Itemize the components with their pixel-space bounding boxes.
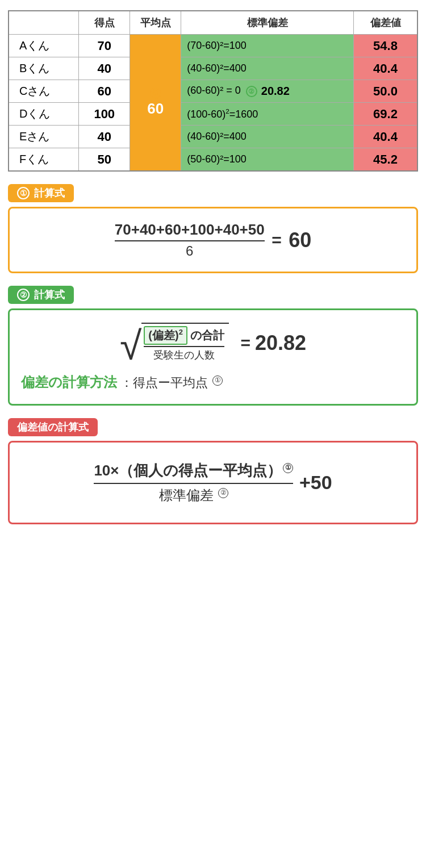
section1-equals: =: [272, 231, 282, 249]
section1-denominator: 6: [186, 241, 193, 259]
student-name: Bくん: [9, 57, 79, 80]
deviation-value: 50.0: [354, 80, 418, 103]
no-gokei: の合計: [190, 329, 224, 341]
avg-circle-label: ①: [150, 87, 161, 99]
table-row: Fくん 50 (50-60)²=100 45.2: [9, 148, 417, 172]
dev-fraction: 10×（個人の得点ー平均点）① 標準偏差 ②: [94, 461, 293, 504]
sqrt-numerator: (偏差)2 の合計: [144, 326, 224, 347]
section1-numerator: 70+40+60+100+40+50: [115, 221, 265, 241]
avg-value: 60: [147, 100, 164, 118]
header-name: [9, 11, 79, 35]
sqrt-denominator: 受験生の人数: [153, 347, 215, 362]
student-score: 60: [79, 80, 130, 103]
section2-equals: =: [240, 333, 250, 353]
deviation-value: 40.4: [354, 126, 418, 148]
sqrt-symbol: √: [120, 329, 141, 364]
header-avg: 平均点: [130, 11, 181, 35]
dev-num-circle: ①: [283, 463, 293, 473]
section3-title: 偏差値の計算式: [17, 420, 89, 434]
student-name: Cさん: [9, 80, 79, 103]
hensa-formula-line: 偏差の計算方法 ：得点ー平均点 ①: [21, 373, 405, 391]
std-formula: (100-60)2=1600: [181, 103, 354, 126]
student-score: 100: [79, 103, 130, 126]
section2-circle: ②: [17, 289, 30, 301]
avg-cell: ① 60: [130, 35, 181, 172]
student-score: 40: [79, 57, 130, 80]
dev-numerator: 10×（個人の得点ー平均点）①: [94, 461, 293, 484]
hensa-circle-ref: ①: [212, 375, 223, 386]
table-row: Dくん 100 (100-60)2=1600 69.2: [9, 103, 417, 126]
deviation-value: 40.4: [354, 57, 418, 80]
section1-circle: ①: [17, 187, 30, 199]
header-std: 標準偏差: [181, 11, 354, 35]
section1-result: 60: [289, 228, 311, 252]
header-dev: 偏差値: [354, 11, 418, 35]
section3-container: 偏差値の計算式 10×（個人の得点ー平均点）① 標準偏差 ② +50: [8, 418, 418, 524]
sqrt-content: (偏差)2 の合計 受験生の人数: [141, 323, 229, 363]
std-formula: (60-60)² = 0 ② 20.82: [181, 80, 354, 103]
section2-result: 20.82: [255, 331, 306, 355]
dev-den-circle: ②: [218, 488, 228, 498]
std-formula: (50-60)²=100: [181, 148, 354, 172]
std-formula: (40-60)²=400: [181, 57, 354, 80]
deviation-value: 54.8: [354, 35, 418, 57]
student-score: 50: [79, 148, 130, 172]
section2-container: ② 計算式 √ (偏差)2 の合計 受験生の人数 = 20.82: [8, 286, 418, 406]
student-score: 40: [79, 126, 130, 148]
std-formula: (40-60)²=400: [181, 126, 354, 148]
table-row: Bくん 40 (40-60)²=400 40.4: [9, 57, 417, 80]
section1-title: 計算式: [34, 186, 65, 200]
student-name: Dくん: [9, 103, 79, 126]
sqrt-container: √ (偏差)2 の合計 受験生の人数: [120, 323, 229, 363]
section3-formula-box: 10×（個人の得点ー平均点）① 標準偏差 ② +50: [8, 441, 418, 524]
section1-formula-box: 70+40+60+100+40+50 6 = 60: [8, 207, 418, 273]
student-name: Fくん: [9, 148, 79, 172]
deviation-value: 69.2: [354, 103, 418, 126]
student-name: Eさん: [9, 126, 79, 148]
section2-formula-box: √ (偏差)2 の合計 受験生の人数 = 20.82 偏差の計算方法 ：得点ー平…: [8, 308, 418, 406]
section2-header: ② 計算式: [8, 286, 74, 304]
hensa-squared: (偏差)2: [144, 326, 187, 345]
section1-container: ① 計算式 70+40+60+100+40+50 6 = 60: [8, 184, 418, 273]
std-formula: (70-60)²=100: [181, 35, 354, 57]
stats-table: 得点 平均点 標準偏差 偏差値 Aくん 70 ① 60 (70-60)²=100…: [8, 10, 418, 172]
student-name: Aくん: [9, 35, 79, 57]
hensa-method-label: 偏差の計算方法: [21, 374, 117, 390]
sqrt-fraction: (偏差)2 の合計 受験生の人数: [144, 326, 224, 362]
plus50: +50: [299, 471, 332, 493]
section3-header: 偏差値の計算式: [8, 418, 98, 436]
section2-title: 計算式: [34, 288, 65, 302]
table-row: Cさん 60 (60-60)² = 0 ② 20.82 50.0: [9, 80, 417, 103]
table-row: Aくん 70 ① 60 (70-60)²=100 54.8: [9, 35, 417, 57]
hensa-formula-text: ：得点ー平均点: [120, 375, 208, 390]
dev-denominator: 標準偏差 ②: [159, 484, 229, 504]
deviation-value: 45.2: [354, 148, 418, 172]
section1-header: ① 計算式: [8, 184, 74, 202]
header-score: 得点: [79, 11, 130, 35]
section1-fraction: 70+40+60+100+40+50 6: [115, 221, 265, 259]
student-score: 70: [79, 35, 130, 57]
dev-formula: 10×（個人の得点ー平均点）① 標準偏差 ② +50: [21, 455, 405, 510]
table-row: Eさん 40 (40-60)²=400 40.4: [9, 126, 417, 148]
